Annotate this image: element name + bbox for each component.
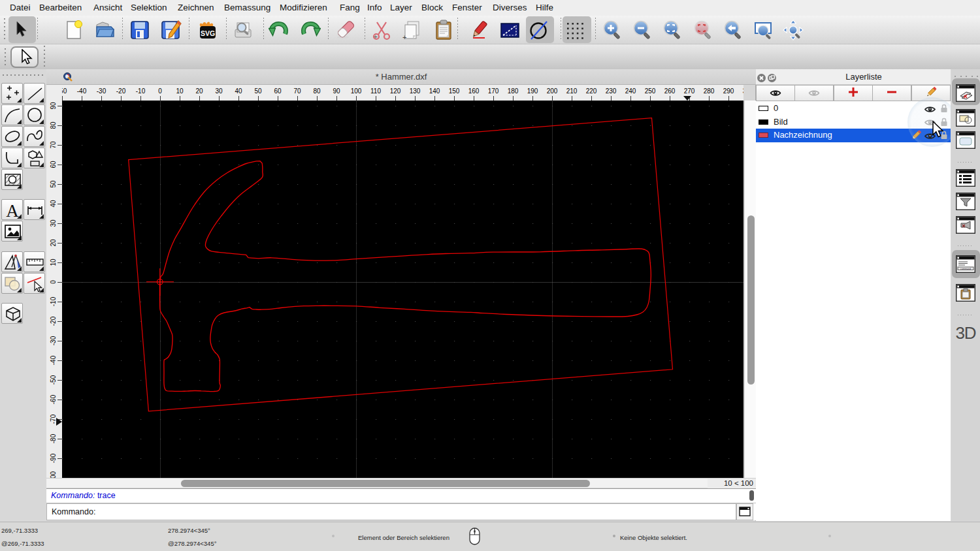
- svg-text:SVG: SVG: [201, 29, 215, 37]
- svg-text:+: +: [402, 33, 406, 41]
- svg-text:+: +: [374, 33, 378, 40]
- svg-text:command: command: [960, 268, 971, 270]
